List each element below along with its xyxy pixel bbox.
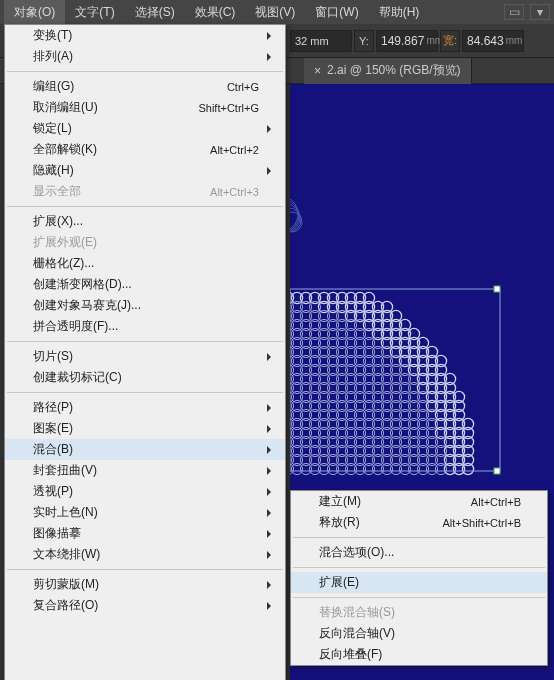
blend-menu-item-8[interactable]: 反向混合轴(V) bbox=[291, 623, 547, 644]
menu-item-label: 替换混合轴(S) bbox=[319, 604, 395, 621]
arrange-icon[interactable]: ▾ bbox=[530, 4, 550, 20]
object-menu-item-10[interactable]: 扩展(X)... bbox=[5, 211, 285, 232]
blend-menu-item-5[interactable]: 扩展(E) bbox=[291, 572, 547, 593]
menu-separator bbox=[293, 597, 545, 598]
menu-item-label: 隐藏(H) bbox=[33, 162, 74, 179]
menu-item-label: 全部解锁(K) bbox=[33, 141, 97, 158]
menu-separator bbox=[7, 392, 283, 393]
menu-separator bbox=[7, 206, 283, 207]
menu-item-label: 图像描摹 bbox=[33, 525, 81, 542]
blend-menu-item-3[interactable]: 混合选项(O)... bbox=[291, 542, 547, 563]
object-menu-item-22[interactable]: 混合(B) bbox=[5, 439, 285, 460]
menu-item-label: 变换(T) bbox=[33, 27, 72, 44]
object-menu-item-27[interactable]: 文本绕排(W) bbox=[5, 544, 285, 565]
menu-item-label: 建立(M) bbox=[319, 493, 361, 510]
menu-item-label: 混合(B) bbox=[33, 441, 73, 458]
menubar-icons: ▭ ▾ bbox=[504, 4, 550, 20]
menu-item-label: 显示全部 bbox=[33, 183, 81, 200]
object-menu-item-20[interactable]: 路径(P) bbox=[5, 397, 285, 418]
shortcut-label: Alt+Ctrl+B bbox=[471, 496, 521, 508]
shortcut-label: Alt+Ctrl+3 bbox=[210, 186, 259, 198]
menu-item-label: 路径(P) bbox=[33, 399, 73, 416]
menu-item-label: 文本绕排(W) bbox=[33, 546, 100, 563]
object-menu-item-13[interactable]: 创建渐变网格(D)... bbox=[5, 274, 285, 295]
menu-separator bbox=[7, 569, 283, 570]
blend-menu-item-7: 替换混合轴(S) bbox=[291, 602, 547, 623]
object-menu-item-8: 显示全部Alt+Ctrl+3 bbox=[5, 181, 285, 202]
menu-item-label: 扩展(E) bbox=[319, 574, 359, 591]
menu-window[interactable]: 窗口(W) bbox=[305, 0, 368, 25]
menu-select[interactable]: 选择(S) bbox=[125, 0, 185, 25]
object-menu-item-0[interactable]: 变换(T) bbox=[5, 25, 285, 46]
shortcut-label: Alt+Shift+Ctrl+B bbox=[442, 517, 521, 529]
object-menu-item-21[interactable]: 图案(E) bbox=[5, 418, 285, 439]
object-menu-item-11: 扩展外观(E) bbox=[5, 232, 285, 253]
blend-menu-item-1[interactable]: 释放(R)Alt+Shift+Ctrl+B bbox=[291, 512, 547, 533]
object-menu-item-25[interactable]: 实时上色(N) bbox=[5, 502, 285, 523]
menu-item-label: 切片(S) bbox=[33, 348, 73, 365]
workspace-icon[interactable]: ▭ bbox=[504, 4, 524, 20]
object-menu-item-5[interactable]: 锁定(L) bbox=[5, 118, 285, 139]
svg-rect-362 bbox=[290, 289, 500, 471]
object-menu-item-24[interactable]: 透视(P) bbox=[5, 481, 285, 502]
object-menu-item-26[interactable]: 图像描摹 bbox=[5, 523, 285, 544]
menu-item-label: 反向混合轴(V) bbox=[319, 625, 395, 642]
menu-type[interactable]: 文字(T) bbox=[65, 0, 124, 25]
width-value[interactable]: 84.643mm bbox=[462, 30, 524, 52]
svg-rect-364 bbox=[494, 468, 500, 474]
menu-item-label: 剪切蒙版(M) bbox=[33, 576, 99, 593]
object-menu-item-17[interactable]: 切片(S) bbox=[5, 346, 285, 367]
object-menu-item-6[interactable]: 全部解锁(K)Alt+Ctrl+2 bbox=[5, 139, 285, 160]
menu-separator bbox=[293, 537, 545, 538]
shortcut-label: Shift+Ctrl+G bbox=[198, 102, 259, 114]
menu-item-label: 栅格化(Z)... bbox=[33, 255, 94, 272]
menu-item-label: 锁定(L) bbox=[33, 120, 72, 137]
menu-item-label: 扩展外观(E) bbox=[33, 234, 97, 251]
menu-separator bbox=[293, 567, 545, 568]
width-label: 宽: bbox=[440, 30, 460, 52]
blend-menu-item-9[interactable]: 反向堆叠(F) bbox=[291, 644, 547, 665]
y-label: Y: bbox=[354, 30, 374, 52]
menu-separator bbox=[7, 341, 283, 342]
object-menu-item-15[interactable]: 拼合透明度(F)... bbox=[5, 316, 285, 337]
blend-menu-item-0[interactable]: 建立(M)Alt+Ctrl+B bbox=[291, 491, 547, 512]
menu-item-label: 扩展(X)... bbox=[33, 213, 83, 230]
object-menu-item-23[interactable]: 封套扭曲(V) bbox=[5, 460, 285, 481]
menu-item-label: 封套扭曲(V) bbox=[33, 462, 97, 479]
menu-item-label: 排列(A) bbox=[33, 48, 73, 65]
menu-item-label: 图案(E) bbox=[33, 420, 73, 437]
menu-item-label: 释放(R) bbox=[319, 514, 360, 531]
object-menu-item-14[interactable]: 创建对象马赛克(J)... bbox=[5, 295, 285, 316]
menu-item-label: 取消编组(U) bbox=[33, 99, 98, 116]
object-menu-item-29[interactable]: 剪切蒙版(M) bbox=[5, 574, 285, 595]
x-value[interactable]: 32 mm bbox=[290, 30, 352, 52]
tab-label: 2.ai @ 150% (RGB/预览) bbox=[327, 62, 461, 79]
shortcut-label: Alt+Ctrl+2 bbox=[210, 144, 259, 156]
menu-item-label: 混合选项(O)... bbox=[319, 544, 394, 561]
menu-view[interactable]: 视图(V) bbox=[245, 0, 305, 25]
object-menu-item-1[interactable]: 排列(A) bbox=[5, 46, 285, 67]
menu-item-label: 反向堆叠(F) bbox=[319, 646, 382, 663]
menu-item-label: 编组(G) bbox=[33, 78, 74, 95]
menu-item-label: 透视(P) bbox=[33, 483, 73, 500]
menubar: 对象(O) 文字(T) 选择(S) 效果(C) 视图(V) 窗口(W) 帮助(H… bbox=[0, 0, 554, 24]
object-menu-item-18[interactable]: 创建裁切标记(C) bbox=[5, 367, 285, 388]
menu-item-label: 创建裁切标记(C) bbox=[33, 369, 122, 386]
object-menu-item-30[interactable]: 复合路径(O) bbox=[5, 595, 285, 616]
menu-effect[interactable]: 效果(C) bbox=[185, 0, 246, 25]
menu-item-label: 复合路径(O) bbox=[33, 597, 98, 614]
menu-item-label: 实时上色(N) bbox=[33, 504, 98, 521]
menu-item-label: 创建渐变网格(D)... bbox=[33, 276, 132, 293]
y-value[interactable]: 149.867mm bbox=[376, 30, 438, 52]
object-menu-item-12[interactable]: 栅格化(Z)... bbox=[5, 253, 285, 274]
menu-item-label: 创建对象马赛克(J)... bbox=[33, 297, 141, 314]
shortcut-label: Ctrl+G bbox=[227, 81, 259, 93]
object-menu-item-4[interactable]: 取消编组(U)Shift+Ctrl+G bbox=[5, 97, 285, 118]
menu-object[interactable]: 对象(O) bbox=[4, 0, 65, 25]
menu-help[interactable]: 帮助(H) bbox=[369, 0, 430, 25]
close-icon[interactable]: × bbox=[314, 64, 321, 78]
object-menu-item-3[interactable]: 编组(G)Ctrl+G bbox=[5, 76, 285, 97]
doc-tab[interactable]: × 2.ai @ 150% (RGB/预览) bbox=[304, 58, 472, 84]
svg-rect-363 bbox=[494, 286, 500, 292]
object-menu-item-7[interactable]: 隐藏(H) bbox=[5, 160, 285, 181]
